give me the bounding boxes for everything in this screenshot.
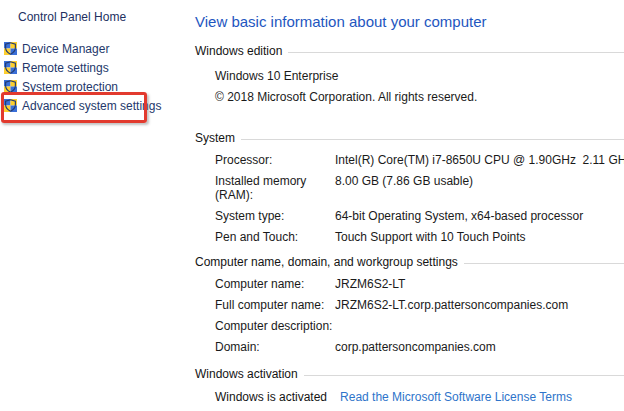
row-value: JRZM6S2-LT bbox=[335, 277, 405, 291]
computer-name-rows: Computer name: JRZM6S2-LT Full computer … bbox=[195, 277, 624, 354]
section-header-windows-edition: Windows edition bbox=[195, 44, 624, 58]
info-row-full-computer-name: Full computer name: JRZM6S2-LT.corp.patt… bbox=[215, 298, 624, 312]
section-rule bbox=[304, 375, 624, 376]
info-row-installed-memory: Installed memory (RAM): 8.00 GB (7.86 GB… bbox=[215, 174, 624, 202]
section-header-windows-activation: Windows activation bbox=[195, 367, 624, 381]
system-control-panel-page: Control Panel Home Device Manager Remote… bbox=[0, 0, 624, 411]
activation-status-text: Windows is activated bbox=[215, 390, 327, 404]
row-label: Installed memory (RAM): bbox=[215, 174, 335, 202]
sidebar-task-list: Device Manager Remote settings System pr… bbox=[0, 39, 161, 115]
row-value: Intel(R) Core(TM) i7-8650U CPU @ 1.90GHz… bbox=[335, 153, 624, 167]
row-label: Full computer name: bbox=[215, 298, 335, 312]
sidebar-item-remote-settings[interactable]: Remote settings bbox=[0, 58, 161, 77]
info-row-pen-and-touch: Pen and Touch: Touch Support with 10 Tou… bbox=[215, 230, 624, 244]
info-row-computer-description: Computer description: bbox=[215, 319, 624, 333]
row-label: Computer description: bbox=[215, 319, 335, 333]
uac-shield-icon bbox=[4, 61, 17, 74]
section-header-label: Computer name, domain, and workgroup set… bbox=[195, 255, 458, 269]
page-title: View basic information about your comput… bbox=[195, 13, 624, 31]
uac-shield-icon bbox=[4, 99, 17, 112]
info-row-system-type: System type: 64-bit Operating System, x6… bbox=[215, 209, 624, 223]
row-value: Touch Support with 10 Touch Points bbox=[335, 230, 526, 244]
row-label: System type: bbox=[215, 209, 335, 223]
section-header-label: Windows edition bbox=[195, 44, 282, 58]
windows-edition-value: Windows 10 Enterprise bbox=[215, 69, 624, 83]
row-label: Pen and Touch: bbox=[215, 230, 335, 244]
row-value: 8.00 GB (7.86 GB usable) bbox=[335, 174, 473, 202]
sidebar-item-device-manager[interactable]: Device Manager bbox=[0, 39, 161, 58]
info-row-domain: Domain: corp.pattersoncompanies.com bbox=[215, 340, 624, 354]
main-content: View basic information about your comput… bbox=[195, 0, 624, 411]
uac-shield-icon bbox=[4, 42, 17, 55]
info-row-computer-name: Computer name: JRZM6S2-LT bbox=[215, 277, 624, 291]
section-header-computer-name: Computer name, domain, and workgroup set… bbox=[195, 255, 624, 269]
uac-shield-icon bbox=[4, 80, 17, 93]
sidebar-item-label: Remote settings bbox=[22, 61, 109, 75]
activation-status-row: Windows is activated Read the Microsoft … bbox=[215, 390, 624, 404]
section-rule bbox=[241, 139, 624, 140]
sidebar-item-label: System protection bbox=[22, 80, 118, 94]
sidebar-item-label: Advanced system settings bbox=[22, 99, 161, 113]
row-label: Domain: bbox=[215, 340, 335, 354]
sidebar-item-label: Device Manager bbox=[22, 42, 109, 56]
sidebar: Control Panel Home Device Manager Remote… bbox=[0, 0, 182, 411]
row-value: corp.pattersoncompanies.com bbox=[335, 340, 496, 354]
sidebar-item-advanced-system-settings[interactable]: Advanced system settings bbox=[0, 96, 161, 115]
sidebar-item-control-panel-home[interactable]: Control Panel Home bbox=[18, 10, 126, 24]
row-label: Processor: bbox=[215, 153, 335, 167]
section-rule bbox=[464, 263, 624, 264]
section-header-system: System bbox=[195, 131, 624, 145]
row-value: 64-bit Operating System, x64-based proce… bbox=[335, 209, 583, 223]
sidebar-item-system-protection[interactable]: System protection bbox=[0, 77, 161, 96]
info-row-processor: Processor: Intel(R) Core(TM) i7-8650U CP… bbox=[215, 153, 624, 167]
system-info-rows: Processor: Intel(R) Core(TM) i7-8650U CP… bbox=[195, 153, 624, 244]
section-header-label: System bbox=[195, 131, 235, 145]
section-header-label: Windows activation bbox=[195, 367, 298, 381]
row-label: Computer name: bbox=[215, 277, 335, 291]
row-value: JRZM6S2-LT.corp.pattersoncompanies.com bbox=[335, 298, 568, 312]
section-rule bbox=[288, 52, 624, 53]
license-terms-link[interactable]: Read the Microsoft Software License Term… bbox=[340, 390, 572, 404]
copyright-text: © 2018 Microsoft Corporation. All rights… bbox=[215, 90, 624, 104]
